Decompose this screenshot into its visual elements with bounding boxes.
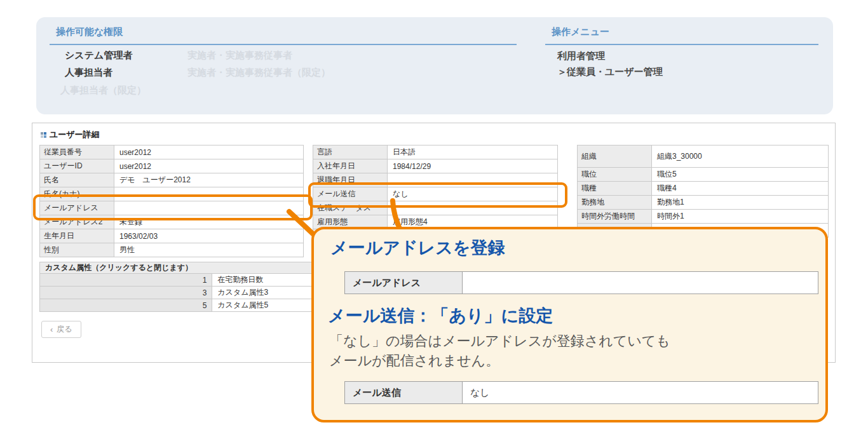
field-label: 氏名 [40,173,114,187]
field-label: 在職ステータス [313,201,388,215]
callout-email-field-label: メールアドレス [344,271,463,294]
menu-item-user-management: 利用者管理 [557,50,605,62]
table-row: 氏名デモ ユーザー2012 [40,173,304,187]
field-value: 1984/12/29 [388,159,558,173]
field-value: 1963/02/03 [114,229,304,243]
field-value [114,187,304,201]
field-value: 職種4 [652,182,829,196]
field-label: 職位 [578,168,652,182]
back-button-label: 戻る [57,324,72,335]
section-title: ユーザー詳細 [41,129,100,140]
back-button[interactable]: ‹ 戻る [41,321,81,338]
field-value: 時間外1 [652,210,829,224]
table-row: メールアドレス2未登録 [40,215,304,229]
field-label: 退職年月日 [313,173,388,187]
permission-item-operator-limited: 実施者・実施事務従事者（限定） [187,67,330,79]
permission-item-hr: 人事担当者 [65,67,112,79]
table-row: ユーザーIDuser2012 [40,159,304,173]
table-row: 職種職種4 [578,182,829,196]
field-value: 未登録 [114,215,304,229]
table-row: 退職年月日 [313,173,558,187]
field-value: デモ ユーザー2012 [114,173,304,187]
field-label: ユーザーID [40,159,114,173]
table-row: 勤務地勤務地1 [578,196,829,210]
user-detail-table-left: 従業員番号user2012 ユーザーIDuser2012 氏名デモ ユーザー20… [39,145,304,257]
table-row-email: メールアドレス [40,201,304,215]
permission-item-system-admin: システム管理者 [65,50,132,62]
grid-icon [41,132,46,138]
permission-item-operator: 実施者・実施事務従事者 [187,50,292,62]
field-label: メール送信 [313,187,388,201]
menu-divider [545,44,818,45]
field-value: 男性 [114,243,304,257]
menu-title: 操作メニュー [552,26,609,38]
menu-item-employee-user-management: ＞従業員・ユーザー管理 [557,66,663,78]
table-row: 従業員番号user2012 [40,145,304,159]
field-value [114,201,304,215]
permissions-divider [50,44,517,45]
callout-mail-send-field-label: メール送信 [344,381,463,404]
callout-body-line1: 「なし」の場合はメールアドレスが登録されていても [329,331,670,351]
permissions-title: 操作可能な権限 [56,26,123,38]
info-panel: 操作可能な権限 システム管理者 人事担当者 実施者・実施事務従事者 実施者・実施… [36,17,833,114]
page: 操作可能な権限 システム管理者 人事担当者 実施者・実施事務従事者 実施者・実施… [0,0,868,439]
chevron-left-icon: ‹ [50,325,53,334]
attr-number: 3 [40,287,212,299]
table-row: 生年月日1963/02/03 [40,229,304,243]
callout-email-field-value [463,271,818,294]
callout-body-text: 「なし」の場合はメールアドレスが登録されていても メールが配信されません。 [329,331,670,370]
field-label: 勤務地 [578,196,652,210]
permission-item-hr-limited: 人事担当者（限定） [60,84,146,97]
attr-number: 1 [40,274,212,287]
callout-heading-register-email: メールアドレスを登録 [330,236,505,259]
field-value: 日本語 [388,145,558,159]
table-row: 入社年月日1984/12/29 [313,159,558,173]
field-value: 勤務地1 [652,196,829,210]
field-label: 時間外労働時間 [578,210,652,224]
field-label: メールアドレス2 [40,215,114,229]
field-value: 組織3_30000 [652,145,829,168]
field-label: 生年月日 [40,229,114,243]
field-label: 性別 [40,243,114,257]
field-label: 氏名(カナ) [40,187,114,201]
field-value: user2012 [114,145,304,159]
user-detail-table-right: 組織組織3_30000 職位職位5 職種職種4 勤務地勤務地1 時間外労働時間時… [577,145,829,238]
table-row: 在職ステータス [313,201,558,215]
table-row: 職位職位5 [578,168,829,182]
field-value: 職位5 [652,168,829,182]
attr-number: 5 [40,299,212,312]
field-label: 職種 [578,182,652,196]
table-row: 言語日本語 [313,145,558,159]
table-row: 時間外労働時間時間外1 [578,210,829,224]
instruction-callout: メールアドレスを登録 メールアドレス メール送信：「あり」に設定 「なし」の場合… [311,227,828,422]
field-value: user2012 [114,159,304,173]
field-label: メールアドレス [40,201,114,215]
callout-mail-send-field-value: なし [463,381,818,404]
callout-heading-mail-send-setting: メール送信：「あり」に設定 [328,304,553,327]
table-row: 性別男性 [40,243,304,257]
field-label: 組織 [578,145,652,168]
field-value [388,173,558,187]
table-row: 氏名(カナ) [40,187,304,201]
field-value: なし [388,187,558,201]
callout-body-line2: メールが配信されません。 [329,351,670,370]
section-title-text: ユーザー詳細 [50,129,100,140]
field-value [388,201,558,215]
field-label: 言語 [313,145,388,159]
table-row-mail-send: メール送信なし [313,187,558,201]
table-row: 組織組織3_30000 [578,145,829,168]
callout-mail-send-field: メール送信 なし [344,381,818,404]
callout-email-field: メールアドレス [344,271,818,294]
field-label: 従業員番号 [40,145,114,159]
field-label: 入社年月日 [313,159,388,173]
